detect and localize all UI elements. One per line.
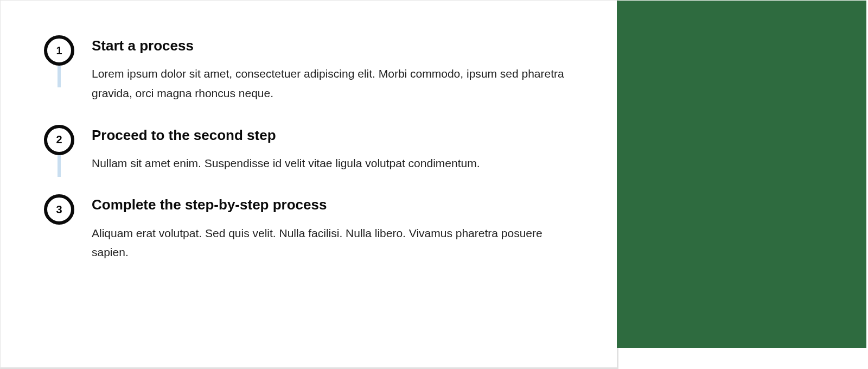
step-connector	[58, 155, 61, 177]
step-number: 2	[56, 133, 62, 146]
step-number: 3	[56, 203, 62, 216]
step-item: 1 Start a process Lorem ipsum dolor sit …	[44, 35, 573, 103]
step-marker-column: 2	[44, 125, 74, 155]
step-item: 3 Complete the step-by-step process Aliq…	[44, 194, 573, 262]
decorative-sidebar	[617, 1, 866, 348]
step-title: Proceed to the second step	[92, 127, 573, 144]
step-marker-column: 1	[44, 35, 74, 66]
step-content: Proceed to the second step Nullam sit am…	[92, 125, 573, 173]
step-content: Complete the step-by-step process Aliqua…	[92, 194, 573, 262]
step-number: 1	[56, 44, 62, 57]
step-connector	[58, 66, 61, 87]
steps-list: 1 Start a process Lorem ipsum dolor sit …	[44, 35, 573, 262]
step-description: Nullam sit amet enim. Suspendisse id vel…	[92, 154, 573, 173]
step-title: Complete the step-by-step process	[92, 196, 573, 213]
step-content: Start a process Lorem ipsum dolor sit am…	[92, 35, 573, 103]
step-description: Lorem ipsum dolor sit amet, consectetuer…	[92, 64, 573, 103]
step-number-circle: 3	[44, 194, 74, 225]
step-item: 2 Proceed to the second step Nullam sit …	[44, 125, 573, 173]
steps-panel: 1 Start a process Lorem ipsum dolor sit …	[0, 0, 618, 369]
step-title: Start a process	[92, 37, 573, 54]
step-number-circle: 2	[44, 125, 74, 155]
step-marker-column: 3	[44, 194, 74, 225]
step-number-circle: 1	[44, 35, 74, 66]
step-description: Aliquam erat volutpat. Sed quis velit. N…	[92, 224, 573, 262]
